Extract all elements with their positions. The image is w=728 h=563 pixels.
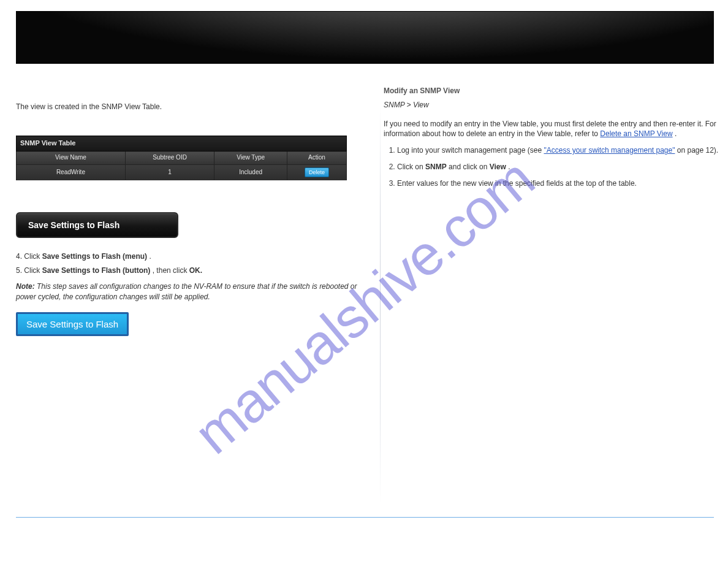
- access-page-link[interactable]: "Access your switch management page": [544, 146, 675, 155]
- step3text: Enter values for the new view in the spe…: [397, 179, 637, 188]
- nav-path: SNMP > View: [384, 100, 727, 110]
- snmp-table-title: SNMP View Table: [17, 136, 347, 151]
- cell-view-type: Included: [214, 164, 287, 180]
- step5-bold2: OK.: [189, 266, 202, 275]
- step-2: Click on SNMP and click on View .: [397, 162, 727, 172]
- instruction-block: 4. Click Save Settings to Flash (menu) .…: [16, 251, 371, 303]
- step2b2: View: [490, 163, 506, 171]
- step5-mid: , then click: [153, 266, 189, 275]
- col-action: Action: [287, 151, 346, 165]
- step4-num: 4.: [16, 252, 24, 261]
- step1b: on page 12).: [677, 146, 718, 155]
- step2c: and click on: [449, 163, 490, 171]
- save-settings-flash-button[interactable]: Save Settings to Flash: [16, 312, 129, 336]
- snmp-view-table: SNMP View Table View Name Subtree OID Vi…: [16, 136, 347, 180]
- step5-bold1: Save Settings to Flash (button): [42, 266, 151, 275]
- delete-view-link[interactable]: Delete an SNMP View: [600, 129, 672, 138]
- col-view-type: View Type: [214, 151, 287, 165]
- step2a: Click on: [397, 163, 425, 171]
- step4-end: .: [149, 252, 151, 261]
- step5-text: Click: [24, 266, 42, 275]
- column-divider: [380, 105, 381, 504]
- note-label: Note:: [16, 282, 35, 291]
- delete-button[interactable]: Delete: [305, 167, 329, 177]
- intro-text: The view is created in the SNMP View Tab…: [16, 102, 371, 112]
- step2b1: SNMP: [425, 163, 447, 171]
- cell-action: Delete: [287, 164, 346, 180]
- para1b: .: [675, 129, 677, 138]
- note-text: This step saves all configuration change…: [16, 282, 357, 301]
- step-3: Enter values for the new view in the spe…: [397, 178, 727, 189]
- page-banner: [16, 11, 714, 64]
- footer-divider: [16, 517, 714, 518]
- col-view-name: View Name: [17, 151, 126, 165]
- col-subtree-oid: Subtree OID: [125, 151, 214, 165]
- step2d: .: [508, 163, 510, 171]
- left-column: The view is created in the SNMP View Tab…: [16, 82, 371, 336]
- right-column: Modify an SNMP View SNMP > View If you n…: [384, 86, 727, 195]
- step-1: Log into your switch management page (se…: [397, 145, 727, 156]
- cell-subtree-oid: 1: [125, 164, 214, 180]
- step4-text: Click: [24, 252, 42, 261]
- section-title: Modify an SNMP View: [384, 86, 727, 96]
- save-settings-flash-menu-button[interactable]: Save Settings to Flash: [16, 212, 178, 238]
- step5-num: 5.: [16, 266, 24, 275]
- step1a: Log into your switch management page (se…: [397, 146, 544, 155]
- step4-bold: Save Settings to Flash (menu): [42, 252, 147, 261]
- cell-view-name: ReadWrite: [17, 164, 126, 180]
